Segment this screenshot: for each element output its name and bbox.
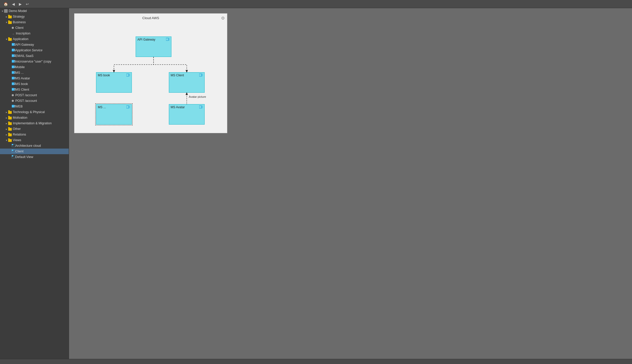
component-icon [12, 82, 15, 86]
pin-icon: ⊙ [221, 16, 225, 20]
diagram-node-ms-dots[interactable]: MS ... [96, 104, 132, 125]
folder-chevron: ▾ [5, 38, 8, 41]
tree-item-label: Architecture cloud [15, 144, 41, 148]
node-header: MS Avatar [171, 105, 203, 109]
svg-rect-0 [12, 43, 14, 46]
sidebar-item-api-gateway[interactable]: API Gateway [0, 42, 69, 47]
sidebar-item-ms-dots[interactable]: MS ... [0, 70, 69, 76]
folder-icon [8, 16, 12, 18]
svg-rect-18 [12, 77, 14, 79]
sidebar-item-default-view[interactable]: Default View [0, 154, 69, 160]
svg-rect-50 [202, 107, 203, 108]
node-label: MS Client [171, 74, 184, 77]
sidebar-item-ms-avatar[interactable]: MS Avatar [0, 76, 69, 81]
folder-chevron: ▸ [5, 15, 8, 18]
forward-button[interactable]: ▶ [17, 2, 23, 7]
sidebar-item-web[interactable]: WEB [0, 104, 69, 109]
diagram-node-ms-avatar[interactable]: MS Avatar [169, 104, 205, 125]
folder-icon [8, 128, 12, 131]
sidebar-item-relations[interactable]: ▸Relations [0, 132, 69, 137]
sidebar-item-inscription[interactable]: →Inscription [0, 31, 69, 36]
folder-icon [8, 38, 12, 41]
tree-item-label: Client [15, 26, 24, 30]
sidebar-item-application-service[interactable]: Application Service [0, 47, 69, 53]
svg-rect-35 [12, 155, 13, 156]
diagram-node-api-gateway[interactable]: API Gateway [136, 37, 171, 57]
folder-chevron: ▸ [5, 128, 8, 130]
component-icon [12, 60, 15, 64]
sidebar-item-post-account-2[interactable]: POST /account [0, 98, 69, 104]
svg-rect-36 [166, 38, 168, 41]
sidebar-item-ms-client[interactable]: MS Client [0, 87, 69, 92]
tree-item-label: Implementation & Migration [13, 122, 52, 125]
sidebar-item-views[interactable]: ▾Views [0, 137, 69, 143]
sidebar-item-motivation[interactable]: ▸Motivation [0, 115, 69, 120]
sidebar-item-mobile[interactable]: Mobile [0, 64, 69, 70]
folder-icon [8, 134, 12, 136]
sidebar-item-strategy[interactable]: ▸Strategy [0, 14, 69, 19]
folder-icon [8, 117, 12, 119]
component-icon [12, 54, 15, 58]
node-label: MS Avatar [171, 105, 185, 109]
sidebar-item-business[interactable]: ▾Business [0, 19, 69, 25]
svg-rect-41 [129, 75, 130, 76]
folder-chevron: ▸ [5, 116, 8, 119]
node-label: MS book [98, 74, 110, 77]
node-type-icon [199, 74, 203, 77]
back-button[interactable]: ◀ [10, 2, 16, 7]
svg-rect-38 [168, 40, 170, 40]
tree-item-label: Application [13, 37, 28, 41]
tree-item-label: Application Service [15, 48, 42, 52]
sidebar-item-technology-physical[interactable]: ▸Technology & Physical [0, 109, 69, 115]
folder-icon [8, 122, 12, 125]
svg-rect-15 [12, 71, 14, 74]
tree-root[interactable]: ▾ Demo Model [0, 8, 69, 14]
svg-rect-3 [12, 49, 14, 51]
sidebar-item-implementation-migration[interactable]: ▸Implementation & Migration [0, 120, 69, 126]
root-icon [4, 9, 8, 13]
sidebar-item-other[interactable]: ▸Other [0, 126, 69, 132]
component-icon [12, 48, 15, 52]
sidebar-item-client-view[interactable]: Client [0, 149, 69, 154]
toolbar: 🏠 ◀ ▶ ↩ [0, 0, 632, 8]
tree-item-label: Other [13, 127, 21, 131]
svg-rect-12 [12, 66, 14, 68]
component-icon [12, 77, 15, 80]
svg-rect-48 [199, 106, 202, 108]
tree-item-label: Technology & Physical [13, 110, 45, 114]
tree-item-label: Inscription [16, 32, 30, 35]
diagram-node-ms-book[interactable]: MS book [96, 72, 132, 93]
sidebar-item-client[interactable]: Client [0, 25, 69, 31]
node-type-icon [126, 105, 130, 109]
sidebar-item-application[interactable]: ▾Application [0, 36, 69, 42]
home-button[interactable]: 🏠 [2, 2, 9, 7]
sidebar-item-ms-book[interactable]: MS book [0, 81, 69, 87]
diagram-node-ms-client[interactable]: MS Client [169, 72, 205, 93]
sidebar-item-post-account-1[interactable]: POST /account [0, 92, 69, 98]
tree-container: ▸Strategy▾BusinessClient→Inscription▾App… [0, 14, 69, 160]
svg-rect-46 [129, 106, 130, 107]
folder-chevron: ▾ [5, 21, 8, 24]
tree-item-label: microservice "user" (copy [15, 60, 51, 63]
svg-rect-42 [199, 74, 202, 76]
sidebar-item-architecture-cloud[interactable]: Architecture cloud [0, 143, 69, 149]
svg-rect-40 [129, 74, 130, 75]
diagram: Cloud AWS ⊙ Avatar picture API GatewayMS… [74, 13, 227, 133]
sidebar: ▾ Demo Model ▸Strategy▾BusinessClient→In… [0, 8, 69, 359]
tree-item-label: Client [15, 150, 24, 153]
dot-icon [12, 100, 14, 102]
diagram-title-text: Cloud AWS [142, 16, 159, 20]
tree-item-label: POST /account [15, 99, 37, 103]
sidebar-item-email-saas[interactable]: EMAIL SaaS [0, 53, 69, 59]
node-type-icon [199, 105, 203, 109]
statusbar [0, 359, 632, 364]
folder-icon [8, 139, 12, 142]
sidebar-item-microservice-user[interactable]: microservice "user" (copy [0, 59, 69, 64]
diagram-title: Cloud AWS [77, 16, 225, 20]
folder-icon [8, 111, 12, 114]
action-button[interactable]: ↩ [24, 2, 30, 7]
canvas-area[interactable]: Cloud AWS ⊙ Avatar picture API GatewayMS… [69, 8, 632, 359]
view-icon [12, 144, 15, 148]
node-header: MS Client [171, 74, 203, 77]
tree-item-label: WEB [15, 105, 22, 108]
